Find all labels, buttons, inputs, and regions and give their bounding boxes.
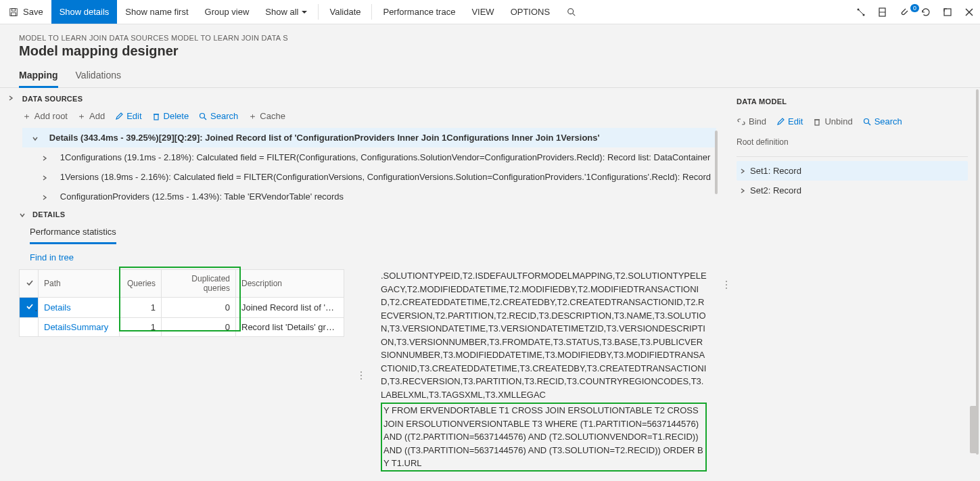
- chevron-right-icon[interactable]: [739, 168, 746, 175]
- tab-row: Mapping Validations: [0, 59, 980, 88]
- svg-line-20: [868, 123, 870, 125]
- save-label: Save: [23, 7, 43, 17]
- svg-point-19: [864, 118, 868, 123]
- svg-line-16: [204, 118, 206, 120]
- table-row[interactable]: DetailsSummary 1 0 Record list 'Details'…: [20, 318, 344, 337]
- data-model-header: DATA MODEL: [737, 95, 968, 114]
- cell-queries: 1: [120, 318, 162, 337]
- find-in-tree-link[interactable]: Find in tree: [30, 252, 716, 262]
- trash-icon: [812, 117, 822, 127]
- ds-search-button[interactable]: Search: [198, 111, 238, 121]
- dm-edit-button[interactable]: Edit: [776, 116, 803, 127]
- sql-panel: .SOLUTIONTYPEID,T2.ISDEFAULTFORMODELMAPP…: [378, 269, 716, 481]
- cell-dup: 0: [162, 318, 236, 337]
- svg-line-7: [859, 10, 863, 14]
- attachments-button[interactable]: 0: [893, 7, 915, 18]
- cell-desc: Record list 'Details' group by: [236, 318, 344, 337]
- svg-rect-10: [944, 9, 951, 16]
- performance-trace-button[interactable]: Performance trace: [375, 0, 463, 24]
- pencil-icon: [776, 117, 785, 127]
- svg-point-15: [200, 113, 205, 118]
- cell-path[interactable]: DetailsSummary: [39, 318, 120, 337]
- link-icon: [737, 117, 746, 127]
- office-icon[interactable]: [872, 7, 893, 18]
- view-menu[interactable]: VIEW: [463, 0, 502, 24]
- svg-point-3: [568, 8, 574, 14]
- delete-button[interactable]: Delete: [151, 111, 189, 121]
- attachments-count: 0: [910, 4, 919, 12]
- unbind-button[interactable]: Unbind: [812, 116, 852, 127]
- svg-rect-2: [11, 12, 16, 15]
- chevron-right-icon[interactable]: [41, 154, 49, 162]
- chevron-down-icon[interactable]: [19, 210, 27, 219]
- cell-desc: Joined Record list of 'ConfigurationProv…: [236, 298, 344, 318]
- search-button[interactable]: [558, 0, 585, 24]
- save-icon: [8, 7, 19, 18]
- sql-text-highlight: Y FROM ERVENDORTABLE T1 CROSS JOIN ERSOL…: [381, 403, 707, 472]
- collapse-data-sources[interactable]: [0, 88, 22, 206]
- popout-button[interactable]: [937, 7, 958, 18]
- show-all-dropdown[interactable]: Show all: [257, 0, 315, 24]
- top-toolbar: Save Show details Show name first Group …: [0, 0, 980, 24]
- show-details-label: Show details: [60, 7, 110, 17]
- col-duplicated-queries[interactable]: Duplicated queries: [162, 270, 236, 298]
- search-icon: [862, 117, 872, 127]
- cell-path[interactable]: Details: [39, 298, 120, 318]
- breadcrumb: MODEL TO LEARN JOIN DATA SOURCES MODEL T…: [19, 34, 980, 42]
- cell-queries: 1: [120, 298, 162, 318]
- tab-validations[interactable]: Validations: [76, 70, 121, 87]
- add-root-button[interactable]: ＋Add root: [22, 111, 68, 121]
- chevron-down-icon[interactable]: [32, 134, 40, 142]
- performance-table: Path Queries Duplicated queries Descript…: [19, 269, 344, 337]
- tree-row-1versions[interactable]: 1Versions (18.9ms - 2.16%): Calculated f…: [22, 167, 716, 187]
- plus-icon: ＋: [77, 112, 87, 121]
- pencil-icon: [114, 112, 124, 121]
- save-button[interactable]: Save: [0, 0, 51, 24]
- edit-button[interactable]: Edit: [114, 111, 141, 121]
- sql-scrollbar[interactable]: [970, 325, 978, 467]
- search-icon: [566, 7, 577, 18]
- dm-tree-row-set1[interactable]: Set1: Record: [737, 161, 968, 181]
- cell-dup: 0: [162, 298, 236, 318]
- dm-search-button[interactable]: Search: [862, 116, 902, 127]
- data-sources-header: DATA SOURCES: [22, 88, 716, 108]
- show-name-first-button[interactable]: Show name first: [117, 0, 196, 24]
- dm-tree-row-set2[interactable]: Set2: Record: [737, 181, 968, 200]
- trash-icon: [151, 112, 161, 121]
- tree-row-configurationproviders[interactable]: ConfigurationProviders (12.5ms - 1.43%):…: [22, 187, 716, 206]
- root-definition-label: Root definition: [737, 133, 968, 152]
- show-details-button[interactable]: Show details: [51, 0, 118, 24]
- plus-icon: ＋: [22, 112, 32, 121]
- svg-rect-1: [11, 8, 15, 11]
- page-title: Model mapping designer: [19, 43, 980, 59]
- connector-icon[interactable]: [850, 7, 872, 18]
- close-button[interactable]: [958, 7, 980, 17]
- tree-row-1configurations[interactable]: 1Configurations (19.1ms - 2.18%): Calcul…: [22, 147, 716, 167]
- tree-row-details[interactable]: Details (343.4ms - 39.25%)[29][Q:29]: Jo…: [22, 128, 716, 147]
- validate-button[interactable]: Validate: [321, 0, 369, 24]
- svg-line-4: [573, 13, 576, 16]
- col-description[interactable]: Description: [236, 270, 344, 298]
- col-queries[interactable]: Queries: [120, 270, 162, 298]
- svg-rect-13: [154, 114, 158, 120]
- cache-button[interactable]: ＋Cache: [248, 111, 285, 121]
- options-menu[interactable]: OPTIONS: [503, 0, 559, 24]
- tree-scrollbar[interactable]: [715, 131, 718, 194]
- chevron-right-icon[interactable]: [739, 187, 746, 194]
- chevron-right-icon[interactable]: [41, 173, 49, 181]
- table-row[interactable]: Details 1 0 Joined Record list of 'Confi…: [20, 298, 344, 318]
- splitter[interactable]: [358, 269, 365, 481]
- tab-mapping[interactable]: Mapping: [19, 70, 58, 88]
- bind-button[interactable]: Bind: [737, 116, 766, 127]
- row-select[interactable]: [20, 298, 39, 318]
- group-view-button[interactable]: Group view: [197, 0, 258, 24]
- chevron-right-icon[interactable]: [41, 193, 49, 201]
- details-header: DETAILS: [32, 210, 65, 219]
- add-button[interactable]: ＋Add: [77, 111, 105, 121]
- col-path[interactable]: Path: [39, 270, 120, 298]
- search-icon: [198, 112, 208, 121]
- performance-statistics-tab[interactable]: Performance statistics: [30, 223, 116, 244]
- row-select[interactable]: [20, 318, 39, 337]
- main-splitter[interactable]: [723, 271, 730, 298]
- col-select[interactable]: [20, 270, 39, 298]
